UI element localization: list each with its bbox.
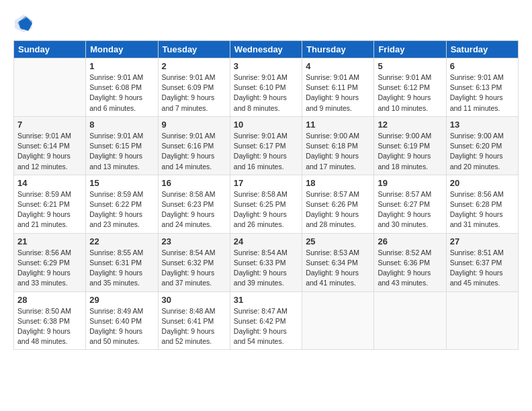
daylight: Daylight: 9 hours and 14 minutes. [162, 152, 215, 170]
sunrise: Sunrise: 9:00 AM [378, 132, 431, 140]
sunrise: Sunrise: 9:01 AM [234, 73, 287, 81]
calendar-cell: 13Sunrise: 9:00 AMSunset: 6:20 PMDayligh… [446, 116, 518, 175]
sunrise: Sunrise: 9:01 AM [89, 73, 143, 81]
sunset: Sunset: 6:31 PM [89, 259, 142, 267]
sunrise: Sunrise: 9:00 AM [306, 132, 359, 140]
calendar-cell: 3Sunrise: 9:01 AMSunset: 6:10 PMDaylight… [230, 58, 302, 117]
day-number: 20 [450, 178, 515, 188]
day-info: Sunrise: 8:50 AMSunset: 6:38 PMDaylight:… [17, 306, 82, 347]
calendar-cell [302, 291, 374, 350]
day-number: 1 [89, 61, 154, 71]
daylight: Daylight: 9 hours and 43 minutes. [378, 269, 431, 287]
day-info: Sunrise: 8:52 AMSunset: 6:36 PMDaylight:… [378, 248, 442, 289]
daylight: Daylight: 9 hours and 8 minutes. [234, 93, 287, 111]
calendar-cell: 26Sunrise: 8:52 AMSunset: 6:36 PMDayligh… [374, 233, 446, 291]
calendar-cell: 29Sunrise: 8:49 AMSunset: 6:40 PMDayligh… [86, 291, 158, 350]
day-info: Sunrise: 8:59 AMSunset: 6:22 PMDaylight:… [89, 189, 154, 230]
sunset: Sunset: 6:32 PM [162, 259, 214, 267]
day-info: Sunrise: 9:01 AMSunset: 6:10 PMDaylight:… [234, 73, 298, 113]
sunset: Sunset: 6:42 PM [234, 317, 286, 325]
day-info: Sunrise: 8:57 AMSunset: 6:26 PMDaylight:… [306, 189, 370, 230]
daylight: Daylight: 9 hours and 28 minutes. [306, 210, 359, 228]
daylight: Daylight: 9 hours and 16 minutes. [234, 152, 287, 170]
calendar-cell: 18Sunrise: 8:57 AMSunset: 6:26 PMDayligh… [302, 175, 374, 233]
calendar-cell: 24Sunrise: 8:54 AMSunset: 6:33 PMDayligh… [230, 233, 302, 291]
sunset: Sunset: 6:22 PM [89, 200, 142, 208]
day-info: Sunrise: 8:54 AMSunset: 6:33 PMDaylight:… [234, 248, 298, 289]
day-info: Sunrise: 8:47 AMSunset: 6:42 PMDaylight:… [234, 306, 298, 347]
calendar-cell: 6Sunrise: 9:01 AMSunset: 6:13 PMDaylight… [446, 58, 518, 117]
sunset: Sunset: 6:29 PM [17, 259, 70, 267]
day-info: Sunrise: 8:48 AMSunset: 6:41 PMDaylight:… [162, 306, 226, 347]
daylight: Daylight: 9 hours and 6 minutes. [89, 93, 142, 111]
sunset: Sunset: 6:36 PM [378, 259, 430, 267]
week-row-2: 7Sunrise: 9:01 AMSunset: 6:14 PMDaylight… [14, 116, 519, 175]
day-info: Sunrise: 8:56 AMSunset: 6:29 PMDaylight:… [17, 248, 82, 289]
day-number: 19 [378, 178, 442, 188]
sunset: Sunset: 6:40 PM [89, 317, 142, 325]
day-number: 26 [378, 236, 442, 246]
sunrise: Sunrise: 9:01 AM [378, 73, 431, 81]
calendar-cell: 12Sunrise: 9:00 AMSunset: 6:19 PMDayligh… [374, 116, 446, 175]
daylight: Daylight: 9 hours and 20 minutes. [450, 152, 503, 170]
day-number: 10 [234, 120, 298, 130]
calendar-cell: 23Sunrise: 8:54 AMSunset: 6:32 PMDayligh… [158, 233, 230, 291]
sunset: Sunset: 6:19 PM [378, 142, 430, 150]
day-number: 29 [89, 295, 154, 305]
day-info: Sunrise: 9:01 AMSunset: 6:09 PMDaylight:… [162, 73, 226, 113]
calendar-cell: 30Sunrise: 8:48 AMSunset: 6:41 PMDayligh… [158, 291, 230, 350]
day-info: Sunrise: 8:56 AMSunset: 6:28 PMDaylight:… [450, 189, 515, 230]
day-number: 30 [162, 295, 226, 305]
sunset: Sunset: 6:33 PM [234, 259, 286, 267]
week-row-3: 14Sunrise: 8:59 AMSunset: 6:21 PMDayligh… [14, 175, 519, 233]
sunrise: Sunrise: 8:48 AM [162, 307, 216, 315]
calendar-cell: 17Sunrise: 8:58 AMSunset: 6:25 PMDayligh… [230, 175, 302, 233]
sunrise: Sunrise: 8:58 AM [234, 190, 287, 198]
calendar-cell: 4Sunrise: 9:01 AMSunset: 6:11 PMDaylight… [302, 58, 374, 117]
calendar-cell [374, 291, 446, 350]
day-info: Sunrise: 9:00 AMSunset: 6:20 PMDaylight:… [450, 131, 515, 172]
week-row-1: 1Sunrise: 9:01 AMSunset: 6:08 PMDaylight… [14, 58, 519, 117]
day-number: 25 [306, 236, 370, 246]
day-info: Sunrise: 9:00 AMSunset: 6:19 PMDaylight:… [378, 131, 442, 172]
sunset: Sunset: 6:28 PM [450, 200, 502, 208]
calendar-cell: 5Sunrise: 9:01 AMSunset: 6:12 PMDaylight… [374, 58, 446, 117]
daylight: Daylight: 9 hours and 31 minutes. [450, 210, 503, 228]
sunset: Sunset: 6:20 PM [450, 142, 502, 150]
day-number: 3 [234, 61, 298, 71]
weekday-saturday: Saturday [446, 41, 518, 58]
day-info: Sunrise: 8:59 AMSunset: 6:21 PMDaylight:… [17, 189, 82, 230]
daylight: Daylight: 9 hours and 10 minutes. [378, 93, 431, 111]
daylight: Daylight: 9 hours and 21 minutes. [17, 210, 71, 228]
sunrise: Sunrise: 9:01 AM [162, 73, 216, 81]
sunset: Sunset: 6:41 PM [162, 317, 214, 325]
daylight: Daylight: 9 hours and 11 minutes. [450, 93, 503, 111]
calendar-cell: 27Sunrise: 8:51 AMSunset: 6:37 PMDayligh… [446, 233, 518, 291]
calendar-cell: 8Sunrise: 9:01 AMSunset: 6:15 PMDaylight… [86, 116, 158, 175]
day-number: 23 [162, 236, 226, 246]
daylight: Daylight: 9 hours and 50 minutes. [89, 327, 142, 345]
day-number: 17 [234, 178, 298, 188]
sunset: Sunset: 6:26 PM [306, 200, 358, 208]
daylight: Daylight: 9 hours and 52 minutes. [162, 327, 215, 345]
sunrise: Sunrise: 8:54 AM [162, 248, 216, 257]
calendar-cell: 10Sunrise: 9:01 AMSunset: 6:17 PMDayligh… [230, 116, 302, 175]
logo-icon [13, 13, 34, 34]
sunset: Sunset: 6:23 PM [162, 200, 214, 208]
day-info: Sunrise: 9:00 AMSunset: 6:18 PMDaylight:… [306, 131, 370, 172]
day-number: 12 [378, 120, 442, 130]
day-number: 18 [306, 178, 370, 188]
header [13, 13, 519, 34]
day-info: Sunrise: 8:54 AMSunset: 6:32 PMDaylight:… [162, 248, 226, 289]
sunrise: Sunrise: 8:54 AM [234, 248, 287, 257]
sunset: Sunset: 6:25 PM [234, 200, 286, 208]
weekday-thursday: Thursday [302, 41, 374, 58]
day-number: 5 [378, 61, 442, 71]
sunrise: Sunrise: 8:59 AM [89, 190, 143, 198]
daylight: Daylight: 9 hours and 9 minutes. [306, 93, 359, 111]
day-info: Sunrise: 9:01 AMSunset: 6:16 PMDaylight:… [162, 131, 226, 172]
daylight: Daylight: 9 hours and 24 minutes. [162, 210, 215, 228]
logo [13, 13, 36, 34]
calendar-cell: 20Sunrise: 8:56 AMSunset: 6:28 PMDayligh… [446, 175, 518, 233]
day-info: Sunrise: 9:01 AMSunset: 6:11 PMDaylight:… [306, 73, 370, 113]
